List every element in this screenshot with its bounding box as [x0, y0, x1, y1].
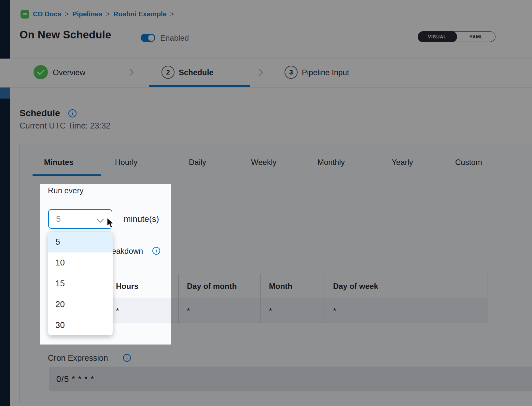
visual-tab[interactable]: VISUAL [418, 31, 457, 42]
utc-time-text: Current UTC Time: 23:32 [20, 121, 110, 130]
dropdown-option-15[interactable]: 15 [48, 273, 113, 294]
col-header-day-of-week: Day of week [325, 274, 488, 298]
step-overview[interactable]: Overview [53, 68, 85, 77]
toggle-knob [148, 35, 154, 41]
step-pipeline-input[interactable]: Pipeline Input [302, 68, 349, 77]
tab-hourly[interactable]: Hourly [115, 158, 137, 167]
dropdown-option-30[interactable]: 30 [48, 315, 113, 335]
step-3-number-icon: 3 [285, 66, 298, 79]
minutes-dropdown-menu: 5 10 15 20 30 [48, 232, 113, 335]
mouse-cursor-icon [106, 217, 115, 230]
breadcrumb: ∞ CD Docs > Pipelines > Roshni Example > [21, 9, 174, 19]
breadcrumb-separator: > [65, 10, 69, 18]
yaml-tab[interactable]: YAML [457, 32, 495, 42]
tab-yearly[interactable]: Yearly [392, 158, 413, 167]
col-header-month: Month [261, 274, 325, 298]
active-tab-underline [33, 174, 101, 176]
cell-month: * [261, 298, 325, 323]
cron-expression-info-icon[interactable]: i [123, 354, 131, 362]
breadcrumb-link-roshni-example[interactable]: Roshni Example [113, 10, 166, 18]
cron-expression-value: 0/5 * * * * [56, 374, 94, 384]
breadcrumb-link-cd-docs[interactable]: CD Docs [33, 10, 62, 18]
col-header-day-of-month: Day of month [179, 274, 261, 298]
schedule-info-icon[interactable]: i [68, 109, 77, 117]
check-mark [37, 67, 45, 75]
enabled-label: Enabled [160, 34, 189, 42]
tab-weekly[interactable]: Weekly [251, 158, 276, 167]
visual-yaml-toggle: VISUAL YAML [418, 31, 496, 42]
cell-day-of-month: * [179, 298, 261, 323]
breadcrumb-link-pipelines[interactable]: Pipelines [72, 10, 102, 18]
project-pipeline-icon: ∞ [21, 10, 29, 19]
enabled-toggle[interactable] [141, 34, 155, 42]
schedule-heading: Schedule [20, 108, 60, 118]
step-schedule[interactable]: Schedule [179, 68, 214, 77]
tab-minutes[interactable]: Minutes [44, 158, 74, 167]
dropdown-option-20[interactable]: 20 [48, 294, 113, 315]
step-complete-check-icon [34, 65, 48, 79]
tab-custom[interactable]: Custom [455, 158, 482, 167]
step-2-number-icon: 2 [161, 66, 175, 79]
page-title: On New Schedule [20, 29, 111, 41]
tab-daily[interactable]: Daily [189, 158, 206, 167]
cron-expression-label: Cron Expression [48, 353, 108, 363]
cron-expression-input[interactable]: 0/5 * * * * [49, 367, 532, 391]
active-step-underline [149, 85, 250, 87]
dropdown-option-10[interactable]: 10 [48, 252, 113, 273]
dropdown-option-5[interactable]: 5 [48, 232, 113, 252]
cell-day-of-week: * [325, 298, 488, 323]
breadcrumb-separator: > [170, 10, 174, 18]
tab-monthly[interactable]: Monthly [317, 158, 345, 167]
breadcrumb-separator: > [106, 10, 110, 18]
